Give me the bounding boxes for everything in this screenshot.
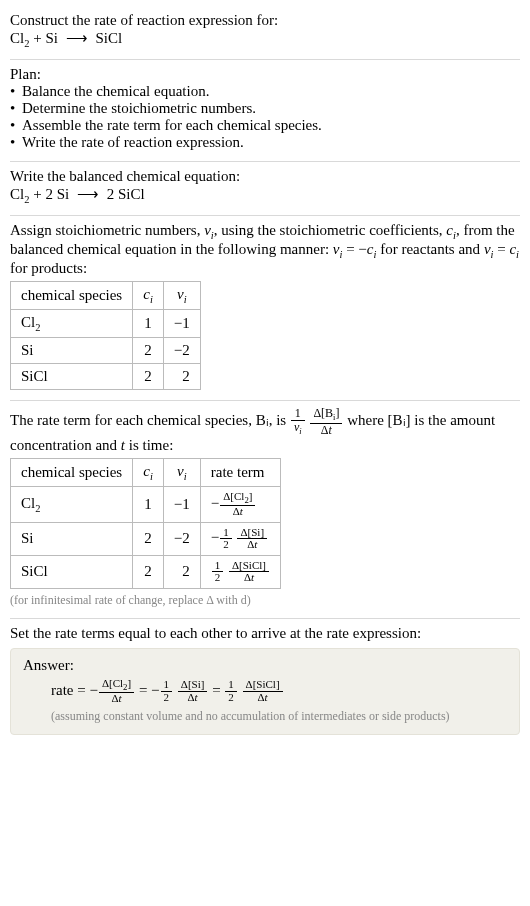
plan-item-text: Determine the stoichiometric numbers. — [22, 100, 520, 117]
stoich-block: Assign stoichiometric numbers, νi, using… — [10, 216, 520, 401]
col-ci: ci — [133, 458, 164, 486]
final-heading: Set the rate terms equal to each other t… — [10, 625, 520, 642]
intro-prompt: Construct the rate of reaction expressio… — [10, 12, 520, 29]
frac-den: 2 — [220, 539, 232, 551]
plan-item: •Balance the chemical equation. — [10, 83, 520, 100]
term-frac: Δ[Si]Δt — [178, 679, 208, 703]
stoich-text-part: for products: — [10, 260, 87, 276]
stoich-table: chemical species ci νi Cl2 1 −1 Si 2 −2 … — [10, 281, 201, 390]
frac-num: Δ[Cl2] — [99, 678, 134, 693]
balanced-equation: Cl2 + 2 Si ⟶ 2 SiCl — [10, 185, 520, 205]
equals: = — [139, 682, 151, 698]
plan-item-text: Assemble the rate term for each chemical… — [22, 117, 520, 134]
plan-item: •Assemble the rate term for each chemica… — [10, 117, 520, 134]
cell-species: Cl2 — [11, 486, 133, 522]
rate-term-table: chemical species ci νi rate term Cl2 1 −… — [10, 458, 281, 589]
cell-nui: 2 — [163, 364, 200, 390]
table-header-row: chemical species ci νi — [11, 282, 201, 310]
frac-dBi-dt: Δ[Bi] Δt — [310, 407, 342, 437]
balanced-heading: Write the balanced chemical equation: — [10, 168, 520, 185]
table-row: Si 2 −2 — [11, 338, 201, 364]
answer-label: Answer: — [23, 657, 507, 674]
intro-block: Construct the rate of reaction expressio… — [10, 6, 520, 60]
frac-den: 2 — [161, 692, 173, 704]
term-sign: − — [211, 495, 219, 511]
table-header-row: chemical species ci νi rate term — [11, 458, 281, 486]
equals: = — [212, 682, 224, 698]
plan-item-text: Write the rate of reaction expression. — [22, 134, 520, 151]
frac-den: Δt — [220, 506, 255, 518]
plan-item-text: Balance the chemical equation. — [22, 83, 520, 100]
cell-ci: 1 — [133, 486, 164, 522]
rate-term-note: (for infinitesimal rate of change, repla… — [10, 593, 520, 608]
frac-den: Δt — [178, 692, 208, 704]
plan-item: •Write the rate of reaction expression. — [10, 134, 520, 151]
frac-num: 1 — [291, 407, 305, 421]
term-coef: 12 — [161, 679, 173, 703]
balanced-block: Write the balanced chemical equation: Cl… — [10, 162, 520, 216]
term-frac: Δ[SiCl]Δt — [229, 560, 269, 584]
rate-term-post: is time: — [125, 437, 173, 453]
frac-den: Δt — [229, 572, 269, 584]
cell-nui: 2 — [163, 555, 200, 588]
table-row: Si 2 −2 −12 Δ[Si]Δt — [11, 522, 281, 555]
frac-den: 2 — [225, 692, 237, 704]
term-sign: − — [151, 682, 159, 698]
stoich-text-part: , using the stoichiometric coefficients, — [214, 222, 447, 238]
cell-rate-term: −12 Δ[Si]Δt — [200, 522, 280, 555]
frac-den: Δt — [310, 424, 342, 437]
term-coef: 12 — [225, 679, 237, 703]
term-sign: − — [89, 682, 97, 698]
cell-ci: 2 — [133, 338, 164, 364]
term-frac: Δ[SiCl]Δt — [243, 679, 283, 703]
cell-rate-term: −Δ[Cl2]Δt — [200, 486, 280, 522]
frac-den: 2 — [212, 572, 224, 584]
term-frac: Δ[Cl2]Δt — [220, 491, 255, 518]
cell-nui: −2 — [163, 522, 200, 555]
col-nui: νi — [163, 458, 200, 486]
col-species: chemical species — [11, 282, 133, 310]
cell-ci: 2 — [133, 555, 164, 588]
cell-ci: 2 — [133, 364, 164, 390]
frac-num: Δ[Cl2] — [220, 491, 255, 506]
term-coef: 12 — [220, 527, 232, 551]
plan-heading: Plan: — [10, 66, 520, 83]
cell-nui: −1 — [163, 486, 200, 522]
cell-nui: −1 — [163, 310, 200, 338]
intro-equation: Cl2 + Si ⟶ SiCl — [10, 29, 520, 49]
col-nui: νi — [163, 282, 200, 310]
cell-species: Cl2 — [11, 310, 133, 338]
col-rate-term: rate term — [200, 458, 280, 486]
frac-one-over-nu: 1 νi — [291, 407, 305, 437]
rate-term-pre: The rate term for each chemical species,… — [10, 412, 290, 428]
stoich-text: Assign stoichiometric numbers, νi, using… — [10, 222, 520, 277]
plan-block: Plan: •Balance the chemical equation. •D… — [10, 60, 520, 162]
col-ci: ci — [133, 282, 164, 310]
frac-den: Δt — [243, 692, 283, 704]
term-coef: 12 — [212, 560, 224, 584]
table-row: Cl2 1 −1 — [11, 310, 201, 338]
frac-num: Δ[Bi] — [310, 407, 342, 424]
cell-nui: −2 — [163, 338, 200, 364]
col-species: chemical species — [11, 458, 133, 486]
rate-expression: rate = −Δ[Cl2]Δt = −12 Δ[Si]Δt = 12 Δ[Si… — [23, 678, 507, 705]
cell-ci: 1 — [133, 310, 164, 338]
cell-species: Si — [11, 522, 133, 555]
rate-term-text: The rate term for each chemical species,… — [10, 407, 520, 454]
cell-species: SiCl — [11, 364, 133, 390]
table-row: SiCl 2 2 12 Δ[SiCl]Δt — [11, 555, 281, 588]
cell-ci: 2 — [133, 522, 164, 555]
stoich-text-part: Assign stoichiometric numbers, — [10, 222, 204, 238]
table-row: Cl2 1 −1 −Δ[Cl2]Δt — [11, 486, 281, 522]
cell-species: SiCl — [11, 555, 133, 588]
frac-den: νi — [291, 421, 305, 437]
frac-den: Δt — [99, 693, 134, 705]
final-block: Set the rate terms equal to each other t… — [10, 619, 520, 745]
plan-item: •Determine the stoichiometric numbers. — [10, 100, 520, 117]
term-frac: Δ[Cl2]Δt — [99, 678, 134, 705]
frac-den: Δt — [237, 539, 267, 551]
rate-term-block: The rate term for each chemical species,… — [10, 401, 520, 619]
cell-species: Si — [11, 338, 133, 364]
rate-label: rate = — [51, 682, 89, 698]
stoich-text-part: for reactants and — [376, 241, 483, 257]
